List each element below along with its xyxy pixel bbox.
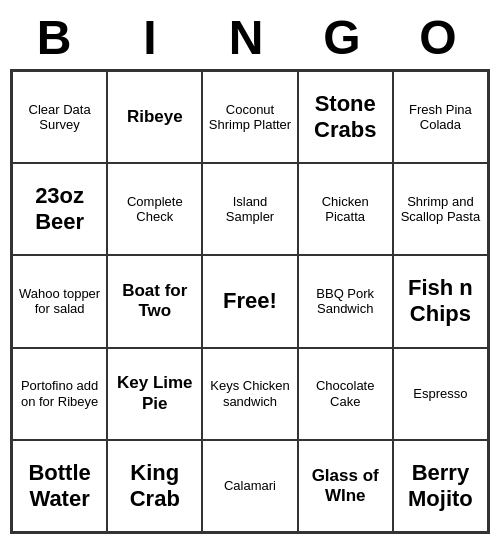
bingo-cell: Fresh Pina Colada (393, 71, 488, 163)
bingo-cell: Coconut Shrimp Platter (202, 71, 297, 163)
bingo-cell: Espresso (393, 348, 488, 440)
bingo-cell: Key Lime Pie (107, 348, 202, 440)
title-letter: I (106, 10, 202, 65)
bingo-cell: Shrimp and Scallop Pasta (393, 163, 488, 255)
bingo-cell: Keys Chicken sandwich (202, 348, 297, 440)
bingo-cell: Fish n Chips (393, 255, 488, 347)
title-letter: O (394, 10, 490, 65)
bingo-cell: Portofino add on for Ribeye (12, 348, 107, 440)
bingo-title: BINGO (10, 10, 490, 65)
bingo-cell: Island Sampler (202, 163, 297, 255)
bingo-cell: Stone Crabs (298, 71, 393, 163)
bingo-cell: Chicken Picatta (298, 163, 393, 255)
bingo-grid: Clear Data SurveyRibeyeCoconut Shrimp Pl… (10, 69, 490, 534)
title-letter: B (10, 10, 106, 65)
bingo-cell: Clear Data Survey (12, 71, 107, 163)
bingo-cell: King Crab (107, 440, 202, 532)
bingo-cell: Wahoo topper for salad (12, 255, 107, 347)
bingo-cell: 23oz Beer (12, 163, 107, 255)
title-letter: N (202, 10, 298, 65)
bingo-cell: Ribeye (107, 71, 202, 163)
bingo-cell: Berry Mojito (393, 440, 488, 532)
bingo-cell: Bottle Water (12, 440, 107, 532)
bingo-cell: BBQ Pork Sandwich (298, 255, 393, 347)
title-letter: G (298, 10, 394, 65)
bingo-cell: Free! (202, 255, 297, 347)
bingo-cell: Complete Check (107, 163, 202, 255)
bingo-cell: Boat for Two (107, 255, 202, 347)
bingo-cell: Chocolate Cake (298, 348, 393, 440)
bingo-cell: Calamari (202, 440, 297, 532)
bingo-cell: Glass of WIne (298, 440, 393, 532)
